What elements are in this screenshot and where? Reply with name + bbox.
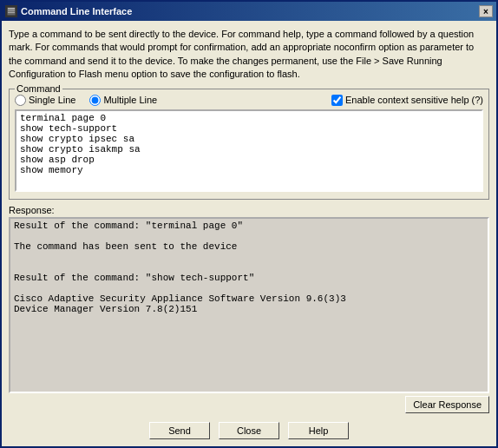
content-area: Type a command to be sent directly to th…: [2, 21, 496, 417]
multiple-line-radio[interactable]: [89, 95, 101, 106]
response-label: Response:: [9, 205, 489, 215]
window-title: Command Line Interface: [21, 6, 132, 16]
single-line-label: Single Line: [29, 95, 75, 105]
svg-rect-2: [8, 10, 15, 11]
command-group-label: Command: [15, 83, 62, 94]
send-button[interactable]: Send: [149, 422, 210, 439]
single-line-radio[interactable]: [15, 95, 26, 106]
title-bar: Command Line Interface ×: [2, 2, 496, 21]
help-button[interactable]: Help: [288, 422, 349, 439]
response-textarea[interactable]: [9, 217, 489, 393]
description-text: Type a command to be sent directly to th…: [9, 28, 489, 82]
bottom-buttons: Send Close Help: [2, 417, 496, 446]
close-icon[interactable]: ×: [479, 5, 493, 17]
window-icon: [5, 5, 17, 17]
clear-response-button[interactable]: Clear Response: [405, 396, 489, 413]
svg-rect-3: [8, 12, 15, 13]
radio-single-line[interactable]: Single Line: [15, 95, 75, 106]
radio-multiple-line[interactable]: Multiple Line: [89, 95, 157, 106]
radio-row: Single Line Multiple Line Enable context…: [15, 95, 483, 106]
context-help-label: Enable context sensitive help (?): [345, 95, 483, 105]
title-bar-left: Command Line Interface: [5, 5, 132, 17]
clear-response-row: Clear Response: [9, 396, 489, 413]
context-help-checkbox-item[interactable]: Enable context sensitive help (?): [331, 95, 483, 106]
main-window: Command Line Interface × Type a command …: [0, 0, 498, 448]
close-button[interactable]: Close: [219, 422, 279, 439]
svg-rect-1: [8, 8, 15, 10]
context-help-checkbox[interactable]: [331, 95, 343, 106]
command-textarea[interactable]: [15, 109, 483, 192]
multiple-line-label: Multiple Line: [103, 95, 157, 105]
command-group: Command Single Line Multiple Line Enable…: [9, 89, 489, 200]
response-container: Response: Clear Response: [9, 205, 489, 413]
